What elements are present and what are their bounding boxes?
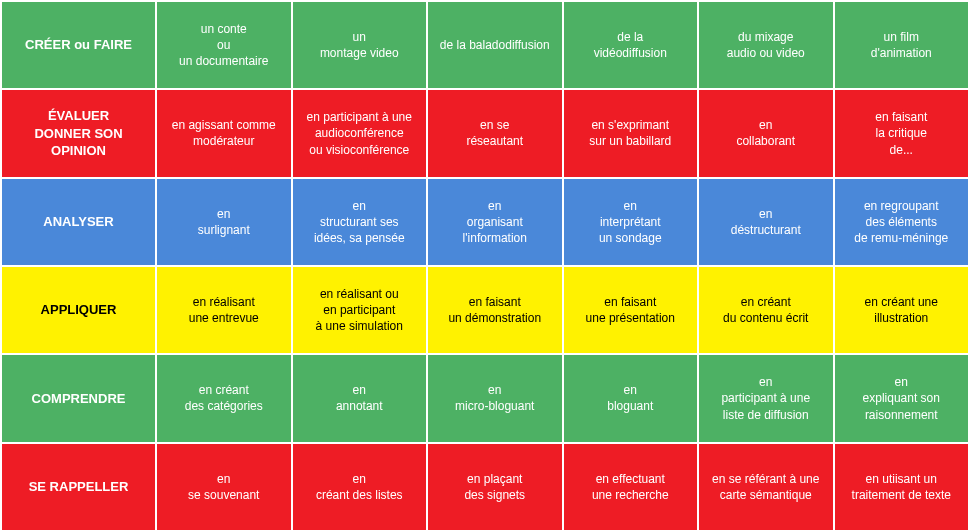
cell-evaluer-1: en participant à une audioconférence ou … xyxy=(292,89,428,177)
cell-rappeller-1: en créant des listes xyxy=(292,443,428,531)
cell-analyser-5: en regroupant des éléments de remu-ménin… xyxy=(834,178,970,266)
cell-rappeller-2: en plaçant des signets xyxy=(427,443,563,531)
cell-appliquer-4: en créant du contenu écrit xyxy=(698,266,834,354)
row-label-creer: CRÉER ou FAIRE xyxy=(1,1,156,89)
cell-evaluer-5: en faisant la critique de... xyxy=(834,89,970,177)
row-label-appliquer: APPLIQUER xyxy=(1,266,156,354)
cell-comprendre-1: en annotant xyxy=(292,354,428,442)
row-label-comprendre: COMPRENDRE xyxy=(1,354,156,442)
row-label-rappeller: SE RAPPELLER xyxy=(1,443,156,531)
cell-creer-0: un conte ou un documentaire xyxy=(156,1,292,89)
cell-comprendre-3: en bloguant xyxy=(563,354,699,442)
cell-comprendre-4: en participant à une liste de diffusion xyxy=(698,354,834,442)
cell-comprendre-2: en micro-bloguant xyxy=(427,354,563,442)
cell-rappeller-5: en utiisant un traitement de texte xyxy=(834,443,970,531)
cell-comprendre-5: en expliquant son raisonnement xyxy=(834,354,970,442)
cell-appliquer-5: en créant une illustration xyxy=(834,266,970,354)
row-label-evaluer: ÉVALUER DONNER SON OPINION xyxy=(1,89,156,177)
cell-appliquer-1: en réalisant ou en participant à une sim… xyxy=(292,266,428,354)
cell-creer-4: du mixage audio ou video xyxy=(698,1,834,89)
cell-creer-2: de la baladodiffusion xyxy=(427,1,563,89)
cell-appliquer-2: en faisant un démonstration xyxy=(427,266,563,354)
bloom-taxonomy-grid: CRÉER ou FAIRE un conte ou un documentai… xyxy=(0,0,970,532)
cell-appliquer-3: en faisant une présentation xyxy=(563,266,699,354)
cell-analyser-3: en interprétant un sondage xyxy=(563,178,699,266)
cell-analyser-4: en déstructurant xyxy=(698,178,834,266)
cell-rappeller-3: en effectuant une recherche xyxy=(563,443,699,531)
cell-evaluer-2: en se réseautant xyxy=(427,89,563,177)
cell-appliquer-0: en réalisant une entrevue xyxy=(156,266,292,354)
cell-creer-3: de la vidéodiffusion xyxy=(563,1,699,89)
cell-evaluer-0: en agissant comme modérateur xyxy=(156,89,292,177)
cell-analyser-0: en surlignant xyxy=(156,178,292,266)
cell-rappeller-0: en se souvenant xyxy=(156,443,292,531)
cell-comprendre-0: en créant des catégories xyxy=(156,354,292,442)
cell-creer-1: un montage video xyxy=(292,1,428,89)
cell-analyser-2: en organisant l'information xyxy=(427,178,563,266)
cell-rappeller-4: en se référant à une carte sémantique xyxy=(698,443,834,531)
cell-evaluer-4: en collaborant xyxy=(698,89,834,177)
row-label-analyser: ANALYSER xyxy=(1,178,156,266)
cell-analyser-1: en structurant ses idées, sa pensée xyxy=(292,178,428,266)
cell-creer-5: un film d'animation xyxy=(834,1,970,89)
cell-evaluer-3: en s'exprimant sur un babillard xyxy=(563,89,699,177)
